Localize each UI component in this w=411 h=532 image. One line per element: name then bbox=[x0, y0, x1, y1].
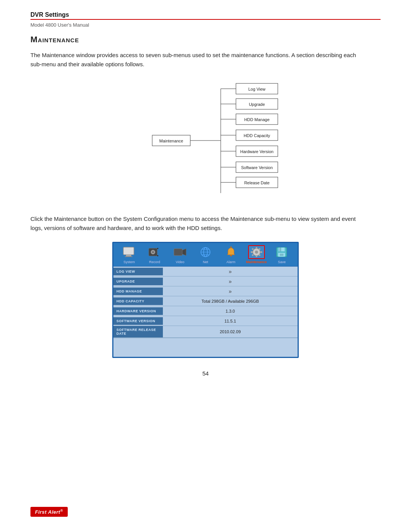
svg-rect-25 bbox=[126, 255, 131, 256]
svg-rect-44 bbox=[256, 255, 257, 257]
hdd-manage-label: HDD MANAGE bbox=[113, 288, 163, 295]
log-view-arrow: » bbox=[229, 268, 232, 275]
section-title: Maintenance bbox=[30, 35, 381, 45]
svg-point-42 bbox=[255, 251, 258, 254]
dvr-icon-save[interactable]: Save bbox=[270, 245, 293, 264]
hdd-manage-value: » bbox=[163, 287, 298, 296]
log-view-label: LOG VIEW bbox=[113, 268, 163, 275]
hw-version-value: 1.3.0 bbox=[163, 307, 298, 315]
svg-rect-31 bbox=[157, 255, 158, 256]
upgrade-value: » bbox=[163, 277, 298, 286]
dvr-icon-system[interactable]: System bbox=[118, 245, 140, 264]
screenshot-wrapper: System Record bbox=[30, 242, 381, 358]
dvr-row-hw-version: HARDWARE VERSION 1.3.0 bbox=[113, 306, 298, 316]
release-date-label: SOFTWARE RELEASE DATE bbox=[113, 326, 163, 337]
diagram-svg: Maintenance Log View Upgrade HDD Manage … bbox=[114, 78, 297, 204]
svg-rect-53 bbox=[279, 248, 281, 251]
logo-label: First Alert bbox=[35, 509, 60, 515]
dvr-row-release-date: SOFTWARE RELEASE DATE 2010.02.09 bbox=[113, 326, 298, 338]
svg-rect-46 bbox=[260, 251, 262, 253]
svg-text:Upgrade: Upgrade bbox=[249, 102, 265, 107]
alarm-icon-label: Alarm bbox=[226, 260, 236, 264]
main-node-label: Maintenance bbox=[159, 139, 183, 143]
header-rule bbox=[30, 19, 381, 20]
svg-text:Release Date: Release Date bbox=[244, 181, 270, 185]
intro-text: The Maintenance window provides access t… bbox=[30, 51, 358, 69]
svg-rect-26 bbox=[125, 256, 132, 257]
upgrade-label: UPGRADE bbox=[113, 278, 163, 285]
svg-point-29 bbox=[152, 251, 154, 253]
svg-rect-43 bbox=[256, 247, 257, 249]
net-icon-box bbox=[197, 245, 214, 259]
dvr-icon-record[interactable]: Record bbox=[143, 245, 166, 264]
svg-text:Log View: Log View bbox=[248, 87, 265, 91]
hdd-capacity-value: Total 298GB / Available 296GB bbox=[163, 297, 298, 305]
upgrade-arrow: » bbox=[229, 278, 232, 284]
dvr-row-hdd-capacity: HDD CAPACITY Total 298GB / Available 296… bbox=[113, 296, 298, 306]
dvr-row-log-view: LOG VIEW » bbox=[113, 267, 298, 276]
sw-version-value: 11.5.1 bbox=[163, 317, 298, 325]
svg-text:HDD Capacity: HDD Capacity bbox=[244, 133, 270, 138]
dvr-icon-net[interactable]: Net bbox=[194, 245, 217, 264]
maintenance-icon-label: Maintenance bbox=[246, 260, 267, 264]
dvr-footer bbox=[113, 338, 298, 357]
dvr-row-hdd-manage: HDD MANAGE » bbox=[113, 286, 298, 296]
save-icon-label: Save bbox=[278, 260, 286, 264]
svg-rect-39 bbox=[230, 255, 232, 256]
header-subtitle: Model 4800 User's Manual bbox=[30, 22, 381, 28]
log-view-value: » bbox=[163, 267, 298, 276]
diagram-area: Maintenance Log View Upgrade HDD Manage … bbox=[30, 78, 381, 204]
page-number: 54 bbox=[30, 370, 381, 377]
dvr-icon-video[interactable]: Video bbox=[169, 245, 191, 264]
dvr-icon-alarm[interactable]: Alarm bbox=[220, 245, 242, 264]
svg-text:Software Version: Software Version bbox=[241, 165, 272, 170]
maintenance-icon-box bbox=[248, 245, 265, 259]
save-icon-box bbox=[273, 245, 290, 259]
header-title: DVR Settings bbox=[30, 11, 381, 18]
svg-point-40 bbox=[230, 246, 232, 248]
record-icon-label: Record bbox=[149, 260, 160, 264]
hdd-manage-arrow: » bbox=[229, 288, 232, 294]
net-icon-label: Net bbox=[203, 260, 208, 264]
dvr-icon-maintenance[interactable]: Maintenance bbox=[245, 245, 268, 264]
svg-text:HDD Manage: HDD Manage bbox=[244, 117, 270, 122]
body-text: Click the Maintenance button on the Syst… bbox=[30, 214, 358, 233]
svg-rect-55 bbox=[280, 254, 284, 256]
dvr-content: LOG VIEW » UPGRADE » HDD MANAGE » bbox=[113, 267, 298, 357]
record-icon-box bbox=[146, 245, 163, 259]
video-icon-box bbox=[172, 245, 188, 259]
system-icon-box bbox=[121, 245, 137, 259]
first-alert-logo: First Alert® bbox=[30, 507, 68, 517]
alarm-icon-box bbox=[223, 245, 239, 259]
dvr-row-sw-version: SOFTWARE VERSION 11.5.1 bbox=[113, 316, 298, 326]
system-icon-label: System bbox=[123, 260, 135, 264]
video-icon-label: Video bbox=[176, 260, 185, 264]
dvr-screen: System Record bbox=[112, 242, 299, 358]
release-date-value: 2010.02.09 bbox=[163, 328, 298, 335]
sw-version-label: SOFTWARE VERSION bbox=[113, 317, 163, 325]
svg-rect-32 bbox=[174, 249, 182, 256]
svg-rect-30 bbox=[157, 248, 158, 249]
header-section: DVR Settings Model 4800 User's Manual bbox=[30, 11, 381, 28]
page-wrapper: DVR Settings Model 4800 User's Manual Ma… bbox=[0, 0, 411, 532]
svg-text:Hardware Version: Hardware Version bbox=[240, 149, 273, 154]
dvr-row-upgrade: UPGRADE » bbox=[113, 276, 298, 286]
hdd-capacity-label: HDD CAPACITY bbox=[113, 297, 163, 305]
logo-text: First Alert® bbox=[30, 507, 68, 517]
svg-rect-24 bbox=[123, 247, 134, 255]
dvr-top-bar: System Record bbox=[113, 243, 298, 267]
svg-rect-45 bbox=[251, 251, 253, 253]
hw-version-label: HARDWARE VERSION bbox=[113, 307, 163, 315]
svg-marker-33 bbox=[182, 249, 186, 256]
